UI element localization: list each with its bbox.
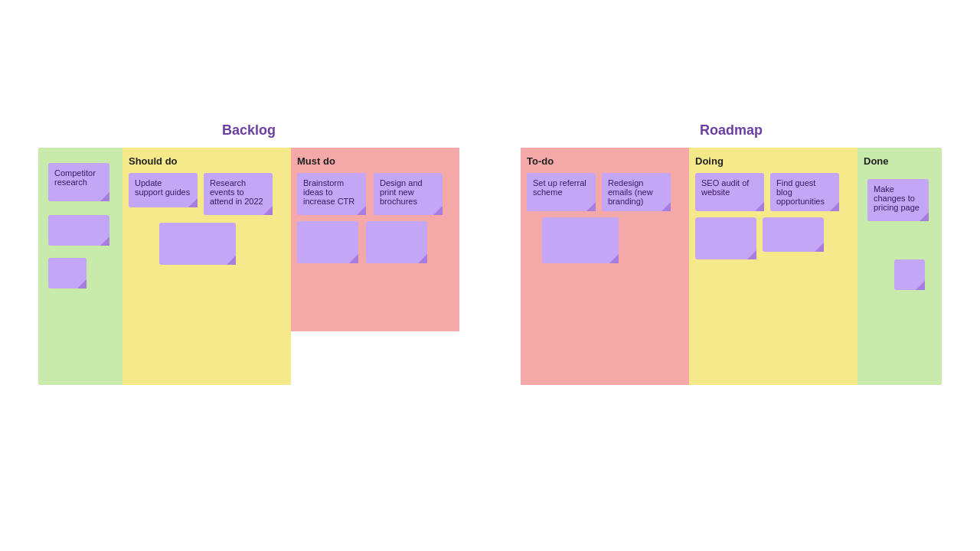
roadmap-columns: To-do Set up referral scheme Redesign em… [521,148,942,385]
backlog-title: Backlog [222,122,276,139]
column-label-doing: Doing [695,155,851,167]
must-do-row2 [297,221,453,263]
sticky-note[interactable] [297,221,358,263]
backlog-green-column: Competitor research [38,148,122,385]
sticky-note[interactable] [763,217,824,252]
column-label-todo: To-do [527,155,683,167]
roadmap-section: Roadmap To-do Set up referral scheme Red… [513,122,949,385]
sticky-note[interactable] [48,215,109,246]
column-label-done: Done [864,155,936,167]
sticky-note[interactable]: Update support guides [129,173,198,207]
column-label-should-do: Should do [129,155,285,167]
sticky-note[interactable] [695,217,756,259]
backlog-section: Backlog Competitor research Should do Up… [31,122,467,385]
roadmap-todo-column: To-do Set up referral scheme Redesign em… [521,148,689,385]
sticky-note[interactable] [366,221,427,263]
sticky-note[interactable]: Redesign emails (new branding) [602,173,671,211]
roadmap-done-column: Done Make changes to pricing page [858,148,942,385]
sticky-note[interactable]: SEO audit of website [695,173,764,211]
sticky-note[interactable]: Competitor research [48,163,109,201]
sticky-note[interactable]: Make changes to pricing page [867,179,929,221]
sticky-note[interactable]: Brainstorm ideas to increase CTR [297,173,366,215]
must-do-row1: Brainstorm ideas to increase CTR Design … [297,173,453,215]
sticky-note[interactable] [159,223,236,265]
backlog-should-do-column: Should do Update support guides Research… [122,148,291,385]
should-do-row1: Update support guides Research events to… [129,173,285,215]
backlog-columns: Competitor research Should do Update sup… [38,148,459,385]
sticky-note[interactable] [894,259,925,290]
sticky-note[interactable] [48,258,87,289]
backlog-must-do-column: Must do Brainstorm ideas to increase CTR… [291,148,459,331]
roadmap-title: Roadmap [700,122,763,139]
sticky-note[interactable]: Design and print new brochures [374,173,443,215]
sticky-note[interactable] [542,217,619,263]
doing-row1: SEO audit of website Find guest blog opp… [695,173,851,211]
column-label-must-do: Must do [297,155,453,167]
sticky-note[interactable]: Research events to attend in 2022 [204,173,273,215]
sticky-note[interactable]: Find guest blog opportunities [770,173,839,211]
todo-row1: Set up referral scheme Redesign emails (… [527,173,683,211]
main-container: Backlog Competitor research Should do Up… [0,0,980,416]
roadmap-doing-column: Doing SEO audit of website Find guest bl… [689,148,858,385]
sticky-note[interactable]: Set up referral scheme [527,173,596,211]
doing-row2 [695,217,851,259]
